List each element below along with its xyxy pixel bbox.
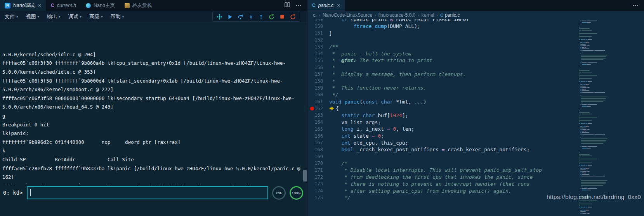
line-number[interactable]: 168 (307, 146, 329, 153)
line-number[interactable]: 150 (307, 23, 329, 30)
minimap-line (579, 47, 644, 48)
code-line: 156 * (307, 64, 576, 71)
drag-handle-icon[interactable] (217, 14, 222, 20)
tab-nano-home[interactable]: Nano主页 (81, 0, 120, 11)
line-number[interactable]: 163 (307, 112, 329, 119)
tab-store[interactable]: 格友货栈 (120, 0, 157, 11)
line-number[interactable]: 156 (307, 64, 329, 71)
tab-label: Nano主页 (94, 2, 115, 9)
line-number[interactable]: 149 (307, 19, 329, 23)
minimap-line (579, 24, 644, 24)
line-number[interactable]: 158 (307, 78, 329, 85)
line-number[interactable]: 157 (307, 71, 329, 78)
code-editor: 149 if (panic_print & PANIC_PRINT_FTRACE… (307, 19, 644, 216)
breadcrumb-item-kernel[interactable]: kernel (422, 12, 434, 18)
minimap-line (579, 208, 644, 209)
menu-view[interactable]: 视图▾ (26, 13, 40, 20)
code-line: 171 * Disable local interrupts. This wil… (307, 167, 576, 174)
menu-advanced[interactable]: 高级▾ (89, 13, 103, 20)
line-number[interactable]: 165 (307, 126, 329, 133)
minimap-line (579, 151, 644, 152)
breadcrumb-item-project[interactable]: NanoCode-LinuxSource (323, 12, 372, 18)
step-into-button[interactable] (248, 14, 253, 20)
minimap-line (579, 123, 644, 124)
kd-prompt-label: 0: kd> (3, 190, 23, 196)
minimap-line (579, 55, 644, 55)
minimap-line (579, 31, 644, 32)
split-editor-icon[interactable] (285, 2, 290, 9)
line-number[interactable]: 167 (307, 139, 329, 146)
chevron-down-icon: ▾ (59, 15, 61, 19)
line-number[interactable]: 155 (307, 57, 329, 64)
minimap-line (579, 202, 644, 203)
line-number[interactable]: 175 (307, 194, 329, 201)
menu-output[interactable]: 输出▾ (47, 13, 61, 20)
console-line: Breakpoint 0 hit (2, 121, 304, 130)
line-number[interactable]: 164 (307, 119, 329, 126)
minimap-line (579, 22, 644, 23)
line-number[interactable]: 154 (307, 50, 329, 57)
refresh-button[interactable] (269, 14, 274, 20)
minimap-line (579, 70, 644, 71)
stop-button[interactable] (279, 14, 285, 19)
breakpoint-icon[interactable] (310, 107, 314, 111)
minimap-line (579, 95, 644, 96)
step-over-button[interactable] (238, 14, 243, 20)
minimap[interactable] (576, 19, 644, 216)
line-number[interactable]: 169 (307, 153, 329, 160)
tab-current-h[interactable]: C current.h (46, 0, 81, 11)
kd-command-input[interactable] (27, 186, 268, 199)
line-number[interactable]: 174 (307, 187, 329, 194)
code-line: 172 * from deadlocking the first cpu tha… (307, 174, 576, 181)
line-number[interactable]: 166 (307, 133, 329, 140)
c-file-icon: C (440, 13, 443, 17)
minimap-line (579, 211, 644, 212)
console-line: ffffac05`c06f3f58 ffffffff`9b8000d4 lk!s… (2, 77, 304, 86)
code-line: 151} (307, 29, 576, 36)
console-scrollbar[interactable] (303, 170, 307, 181)
console-line: lk!panic: (2, 129, 304, 138)
breadcrumb-item-drive[interactable]: c: (313, 12, 316, 18)
line-number[interactable]: 161 (307, 98, 329, 105)
menu-debug[interactable]: 调试▾ (68, 13, 82, 20)
minimap-line (579, 196, 644, 197)
line-number[interactable]: 160 (307, 92, 329, 98)
minimap-line (579, 191, 644, 192)
minimap-line (579, 152, 644, 153)
code-area[interactable]: 149 if (panic_print & PANIC_PRINT_FTRACE… (307, 19, 576, 216)
menu-file[interactable]: 文件▾ (5, 13, 18, 20)
minimap-line (579, 163, 644, 164)
line-number[interactable]: 172 (307, 174, 329, 181)
restart-button[interactable] (290, 14, 296, 20)
close-icon[interactable]: × (337, 3, 340, 8)
more-actions-icon[interactable]: ⋯ (295, 2, 302, 9)
line-number[interactable]: 162 (307, 105, 329, 112)
code-line: 174 * after setting panic_cpu) from invo… (307, 187, 576, 194)
minimap-line (579, 111, 644, 111)
more-actions-icon[interactable]: ⋯ (632, 2, 639, 9)
minimap-line (579, 72, 644, 73)
line-number[interactable]: 159 (307, 85, 329, 92)
debug-toolbar (212, 12, 300, 22)
line-number[interactable]: 173 (307, 181, 329, 188)
line-number[interactable]: 153 (307, 43, 329, 50)
line-number[interactable]: 170 (307, 160, 329, 167)
line-number[interactable]: 151 (307, 29, 329, 36)
tab-panic-c[interactable]: C panic.c × (307, 0, 345, 11)
text-caret (30, 189, 31, 196)
breadcrumb-item-source[interactable]: linux-source-5.0.0 (378, 12, 415, 18)
tab-nano-debug[interactable]: N Nano调试 × (0, 0, 46, 11)
step-out-button[interactable] (259, 14, 264, 20)
breadcrumb-separator: › (437, 13, 438, 17)
breadcrumb-item-file[interactable]: C panic.c (440, 12, 460, 18)
minimap-line (579, 165, 644, 166)
menu-help[interactable]: 帮助▾ (111, 13, 124, 20)
line-number[interactable]: 152 (307, 36, 329, 43)
close-icon[interactable]: × (38, 3, 41, 8)
line-number[interactable]: 171 (307, 167, 329, 174)
debug-console-output[interactable]: 5.0.0/kernel/sched/idle.c @ 204]ffffac05… (0, 22, 307, 184)
continue-button[interactable] (227, 14, 233, 19)
code-line: 157 * Display a message, then perform cl… (307, 71, 576, 78)
minimap-line (579, 166, 644, 167)
minimap-line (579, 146, 644, 147)
